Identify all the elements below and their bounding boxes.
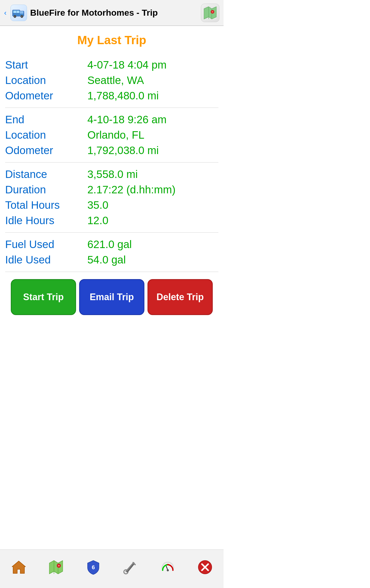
idle-hours-label: Idle Hours [5, 214, 87, 227]
start-location-value: Seattle, WA [87, 74, 218, 87]
shield-icon: 6 [86, 559, 101, 578]
action-buttons: Start Trip Email Trip Delete Trip [5, 272, 218, 322]
email-trip-button[interactable]: Email Trip [79, 279, 144, 315]
tools-icon [123, 559, 138, 578]
header-left: ‹ BlueFire for Motorhomes - Trip [4, 5, 158, 21]
fuel-used-row: Fuel Used 621.0 gal [5, 237, 218, 252]
end-odometer-row: Odometer 1,792,038.0 mi [5, 143, 218, 158]
fuel-used-label: Fuel Used [5, 238, 87, 251]
svg-point-20 [58, 565, 60, 566]
tab-gauge[interactable] [149, 550, 186, 588]
svg-text:6: 6 [91, 564, 95, 571]
map-tab-icon [48, 559, 64, 578]
start-label: Start [5, 59, 87, 71]
gauge-icon [160, 559, 175, 578]
svg-point-14 [212, 11, 213, 13]
main-content: My Last Trip Start 4-07-18 4:04 pm Locat… [0, 26, 224, 322]
distance-row: Distance 3,558.0 mi [5, 167, 218, 182]
tab-close[interactable] [186, 550, 224, 588]
svg-rect-3 [17, 11, 19, 13]
svg-marker-16 [49, 561, 63, 574]
idle-used-label: Idle Used [5, 254, 87, 266]
close-icon [197, 559, 213, 578]
app-header: ‹ BlueFire for Motorhomes - Trip [0, 0, 224, 26]
tab-shield[interactable]: 6 [75, 550, 112, 588]
start-location-row: Location Seattle, WA [5, 73, 218, 88]
total-hours-label: Total Hours [5, 199, 87, 211]
idle-hours-value: 12.0 [87, 214, 218, 227]
end-odometer-value: 1,792,038.0 mi [87, 144, 218, 157]
idle-used-value: 54.0 gal [87, 254, 218, 266]
duration-value: 2.17:22 (d.hh:mm) [87, 184, 218, 196]
duration-row: Duration 2.17:22 (d.hh:mm) [5, 182, 218, 197]
total-hours-value: 35.0 [87, 199, 218, 211]
tab-home[interactable] [0, 550, 37, 588]
end-location-value: Orlando, FL [87, 129, 218, 141]
idle-hours-row: Idle Hours 12.0 [5, 213, 218, 228]
fuel-used-value: 621.0 gal [87, 238, 218, 251]
end-section: End 4-10-18 9:26 am Location Orlando, FL… [5, 108, 218, 163]
end-label: End [5, 113, 87, 126]
home-icon [11, 559, 26, 578]
start-value: 4-07-18 4:04 pm [87, 59, 218, 71]
svg-point-27 [167, 569, 169, 571]
idle-used-row: Idle Used 54.0 gal [5, 252, 218, 268]
end-row: End 4-10-18 9:26 am [5, 112, 218, 127]
start-trip-button[interactable]: Start Trip [11, 279, 76, 315]
map-button[interactable] [201, 4, 219, 22]
duration-label: Duration [5, 184, 87, 196]
tab-bar-spacer [0, 322, 224, 363]
header-title: BlueFire for Motorhomes - Trip [30, 8, 158, 18]
distance-value: 3,558.0 mi [87, 168, 218, 181]
start-row: Start 4-07-18 4:04 pm [5, 57, 218, 73]
distance-label: Distance [5, 168, 87, 181]
page-title: My Last Trip [5, 31, 218, 47]
end-value: 4-10-18 9:26 am [87, 113, 218, 126]
start-odometer-row: Odometer 1,788,480.0 mi [5, 88, 218, 103]
end-odometer-label: Odometer [5, 144, 87, 157]
fuel-section: Fuel Used 621.0 gal Idle Used 54.0 gal [5, 233, 218, 272]
app-icon [11, 5, 27, 21]
svg-rect-8 [20, 11, 23, 14]
start-odometer-label: Odometer [5, 90, 87, 102]
svg-point-5 [14, 16, 15, 17]
svg-rect-2 [14, 11, 16, 13]
end-location-row: Location Orlando, FL [5, 127, 218, 143]
svg-marker-10 [204, 7, 216, 19]
svg-point-7 [21, 16, 22, 17]
tab-tools[interactable] [112, 550, 149, 588]
delete-trip-button[interactable]: Delete Trip [147, 279, 213, 315]
start-section: Start 4-07-18 4:04 pm Location Seattle, … [5, 53, 218, 108]
tab-map[interactable] [37, 550, 75, 588]
svg-marker-15 [12, 561, 25, 573]
back-button[interactable]: ‹ [4, 9, 6, 17]
start-location-label: Location [5, 74, 87, 87]
stats-section: Distance 3,558.0 mi Duration 2.17:22 (d.… [5, 163, 218, 233]
start-odometer-value: 1,788,480.0 mi [87, 90, 218, 102]
tab-bar: 6 [0, 549, 224, 588]
total-hours-row: Total Hours 35.0 [5, 197, 218, 213]
end-location-label: Location [5, 129, 87, 141]
